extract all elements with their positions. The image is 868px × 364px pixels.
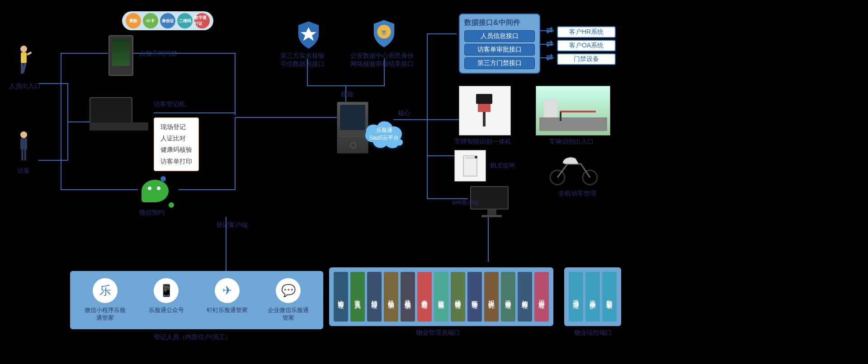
mgmt-module: 机动车辆 — [384, 272, 398, 322]
lpr-device-image — [459, 86, 511, 135]
feature-item: 人证比对 — [160, 133, 192, 144]
api-item: 人员信息接口 — [464, 30, 535, 42]
ebike-image — [542, 149, 606, 187]
property-mgmt-panel: 访客管理常驻人员门禁管理机动车辆非机动车辆考勤管理防疫查验楼栋管理车辆管理报表统… — [329, 267, 553, 326]
svg-rect-1 — [21, 52, 27, 63]
client-app-item: 📱乐脸通公众号 — [145, 278, 188, 314]
label-face-gate: 人脸开闸门禁 — [139, 50, 177, 58]
label-prop-mgmt: 物业管理员端口 — [416, 329, 460, 337]
label-visitor: 访客 — [17, 167, 30, 175]
third-party-shield-icon — [296, 20, 321, 50]
mgmt-module: 用户管理 — [534, 272, 549, 322]
property-ops-panel: 项目管理设备维护数据看板 — [564, 267, 621, 326]
arrow-icon: ⇄ — [546, 25, 553, 35]
client-label: 钉钉乐脸通管家 — [207, 307, 248, 314]
feature-item: 健康码核验 — [160, 144, 192, 155]
client-apps-panel: 乐微信小程序乐脸通管家📱乐脸通公众号✈钉钉乐脸通管家💬企业微信乐脸通管家 — [70, 271, 323, 329]
label-core: 核心 — [398, 109, 410, 117]
client-icon: ✈ — [215, 278, 240, 303]
api-item: 访客单审批接口 — [464, 44, 535, 56]
police-shield-icon: 警 — [372, 19, 396, 48]
mgmt-module: 考勤管理 — [417, 272, 432, 322]
ext-hr: 客户HR系统 — [557, 26, 616, 38]
api-item: 第三方门禁接口 — [464, 57, 535, 69]
svg-rect-8 — [24, 150, 26, 161]
svg-rect-17 — [560, 112, 561, 121]
feature-box: 现场登记 人证比对 健康码核验 访客单打印 — [154, 117, 199, 171]
label-reg-staff: 登记人员（内部住户/员工） — [154, 333, 231, 341]
client-app-item: 乐微信小程序乐脸通管家 — [84, 278, 127, 322]
client-icon: 乐 — [93, 278, 118, 303]
cloud-label: 乐脸通 SaaS云平台 — [369, 126, 399, 142]
svg-text:警: 警 — [382, 30, 387, 35]
svg-rect-4 — [27, 51, 32, 56]
label-ble: BLE道闸 — [491, 162, 515, 170]
svg-rect-15 — [544, 99, 557, 117]
svg-rect-7 — [21, 150, 23, 161]
client-label: 乐脸通公众号 — [149, 307, 184, 314]
ble-gate-image — [454, 150, 486, 182]
label-wechat: 微信预约 — [139, 209, 165, 217]
svg-rect-18 — [463, 156, 477, 176]
svg-point-0 — [20, 46, 27, 52]
vehicle-entry-image — [536, 86, 610, 135]
label-ebike: 非机动车管理 — [558, 190, 596, 198]
api-title: 数据接口&中间件 — [464, 18, 535, 28]
client-label: 微信小程序乐脸通管家 — [84, 307, 127, 322]
client-label: 企业微信乐脸通管家 — [267, 307, 310, 322]
label-verify: 核验 — [341, 90, 354, 98]
svg-rect-14 — [539, 117, 607, 131]
ext-oa: 客户OA系统 — [557, 40, 616, 51]
label-lpr: 车牌智能识别一体机 — [454, 138, 511, 146]
person-walking-icon — [14, 45, 34, 79]
label-vehicle-entry: 车辆识别出入口 — [549, 138, 594, 146]
pill-digital: 数字通行证 — [194, 13, 210, 28]
auth-method-pills: 乘数 IC卡 身份证 二维码 数字通行证 — [122, 11, 213, 30]
feature-item: 现场登记 — [160, 121, 192, 133]
client-app-item: 💬企业微信乐脸通管家 — [267, 278, 310, 322]
pill-card: 乘数 — [126, 13, 141, 28]
mgmt-module: 报表统计 — [484, 272, 499, 322]
mgmt-module: 架构管理 — [518, 272, 532, 322]
label-visitor-machine: 访客登记机 — [154, 100, 185, 108]
svg-rect-6 — [20, 138, 27, 150]
pill-id: 身份证 — [160, 13, 175, 28]
label-third-party: 第三方实名核验 可信数据源接口 — [280, 52, 325, 68]
mgmt-module: 门禁管理 — [367, 272, 382, 322]
label-prop-ops: 物业综控端口 — [574, 329, 612, 337]
ops-module: 数据看板 — [602, 272, 617, 322]
mgmt-module: 非机动车辆 — [401, 272, 415, 322]
label-person-entry: 人员出入口 — [9, 82, 41, 90]
mgmt-module: 防疫查验 — [434, 272, 448, 322]
pill-ic: IC卡 — [143, 13, 158, 28]
mgmt-module: 访客管理 — [334, 272, 348, 322]
wechat-icon — [138, 176, 174, 208]
mgmt-module: 车辆管理 — [467, 272, 482, 322]
api-middleware-box: 数据接口&中间件 人员信息接口 访客单审批接口 第三方门禁接口 — [459, 14, 540, 74]
face-gate-device — [108, 35, 133, 76]
mgmt-module: 设备管理 — [501, 272, 515, 322]
svg-point-5 — [20, 131, 27, 138]
svg-rect-16 — [560, 111, 596, 112]
label-police: 公安数据中心居民身份 网络核验审核结果接口 — [350, 52, 414, 68]
pill-qr: 二维码 — [177, 13, 193, 28]
svg-point-20 — [475, 156, 477, 159]
ops-module: 设备维护 — [585, 272, 600, 322]
mgmt-module: 常驻人员 — [350, 272, 365, 322]
client-icon: 💬 — [276, 278, 301, 303]
label-reg-client: 登记客户端 — [216, 221, 248, 229]
client-icon: 📱 — [154, 278, 179, 303]
ext-access: 门禁设备 — [557, 53, 616, 65]
ops-module: 项目管理 — [569, 272, 583, 322]
svg-rect-12 — [476, 94, 492, 104]
client-app-item: ✈钉钉乐脸通管家 — [206, 278, 249, 314]
feature-item: 访客单打印 — [160, 156, 192, 167]
arrow-icon: ⇄ — [546, 52, 553, 62]
visitor-machine — [90, 97, 148, 133]
label-web-client: web客户端 — [452, 199, 478, 206]
svg-rect-13 — [478, 104, 491, 112]
mgmt-module: 楼栋管理 — [451, 272, 465, 322]
visitor-icon — [14, 131, 34, 165]
arrow-icon: ⇄ — [546, 39, 553, 49]
